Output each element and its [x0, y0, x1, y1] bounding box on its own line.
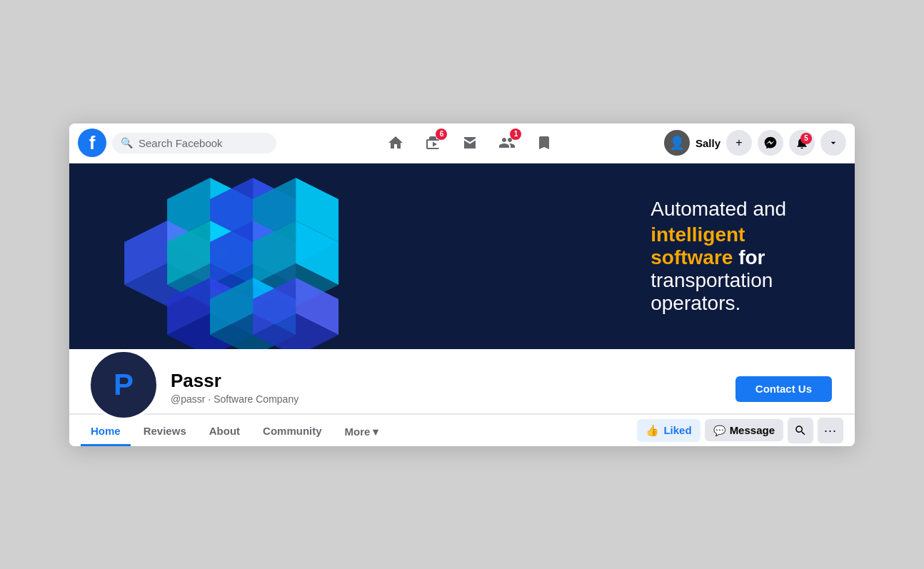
- profile-handle: @passr: [171, 393, 205, 405]
- profile-pic: P: [88, 349, 159, 421]
- more-actions-btn[interactable]: ···: [818, 418, 843, 443]
- facebook-logo[interactable]: f: [78, 129, 106, 157]
- cover-graphic: [69, 163, 651, 349]
- cover-line2-rest: for: [738, 246, 765, 268]
- browser-window: f 🔍 Search Facebook 6: [69, 124, 855, 446]
- messenger-btn[interactable]: [758, 130, 783, 156]
- avatar[interactable]: 👤: [664, 130, 690, 156]
- video-nav-btn[interactable]: 6: [416, 126, 450, 160]
- cover-area: Automated and intelligent software for t…: [69, 163, 855, 446]
- search-tab-btn[interactable]: [788, 418, 813, 443]
- home-nav-btn[interactable]: [378, 126, 413, 160]
- ellipsis-icon: ···: [824, 424, 837, 437]
- messenger-small-icon: 💬: [713, 425, 725, 436]
- store-nav-btn[interactable]: [453, 126, 487, 160]
- profile-name: Passr: [171, 370, 724, 392]
- groups-badge: 1: [510, 129, 521, 140]
- profile-pic-wrapper: P: [88, 349, 159, 421]
- search-bar[interactable]: 🔍 Search Facebook: [112, 133, 276, 153]
- notifications-btn[interactable]: 5: [789, 130, 815, 156]
- contact-us-button[interactable]: Contact Us: [735, 376, 832, 402]
- message-button[interactable]: 💬 Message: [705, 419, 783, 441]
- profile-info: Passr @passr · Software Company: [159, 361, 735, 413]
- profile-actions: Contact Us: [735, 376, 843, 413]
- cover-highlight: intelligent software: [651, 223, 745, 268]
- navbar: f 🔍 Search Facebook 6: [69, 124, 855, 163]
- search-icon: 🔍: [121, 137, 133, 148]
- nav-right: 👤 Sally + 5: [664, 130, 846, 156]
- notifications-badge: 5: [800, 133, 812, 144]
- cover-line3: transportation operators.: [651, 269, 812, 315]
- cover-text: Automated and intelligent software for t…: [651, 198, 855, 315]
- cover-photo: Automated and intelligent software for t…: [69, 163, 855, 349]
- page-tabs: Home Reviews About Community More ▾: [69, 414, 855, 446]
- search-placeholder: Search Facebook: [139, 137, 223, 149]
- store-icon: [461, 134, 478, 151]
- tab-more[interactable]: More ▾: [335, 415, 389, 446]
- tab-right-actions: 👍 Liked 💬 Message ···: [637, 418, 843, 443]
- messenger-icon: [763, 136, 778, 150]
- profile-section: P Passr @passr · Software Company Contac…: [69, 349, 855, 414]
- tab-about[interactable]: About: [199, 415, 250, 446]
- bookmark-icon: [536, 134, 553, 151]
- liked-button[interactable]: 👍 Liked: [637, 419, 700, 442]
- home-icon: [387, 134, 404, 151]
- groups-nav-btn[interactable]: 1: [490, 126, 524, 160]
- profile-sub: @passr · Software Company: [171, 393, 724, 405]
- add-btn[interactable]: +: [726, 130, 752, 156]
- nav-center: 6 1: [276, 126, 664, 160]
- video-badge: 6: [436, 129, 447, 140]
- chevron-down-icon: ▾: [373, 426, 378, 438]
- tab-community[interactable]: Community: [253, 415, 332, 446]
- thumbs-up-icon: 👍: [646, 424, 659, 437]
- cover-line1: Automated and: [651, 198, 812, 221]
- profile-category: Software Company: [214, 393, 298, 405]
- cover-line2: intelligent software for: [651, 223, 812, 269]
- chevron-down-icon: [828, 137, 839, 148]
- tab-list: Home Reviews About Community More ▾: [81, 415, 634, 446]
- menu-btn[interactable]: [820, 130, 846, 156]
- user-name[interactable]: Sally: [695, 137, 720, 149]
- bookmark-nav-btn[interactable]: [527, 126, 561, 160]
- search-icon: [794, 424, 807, 437]
